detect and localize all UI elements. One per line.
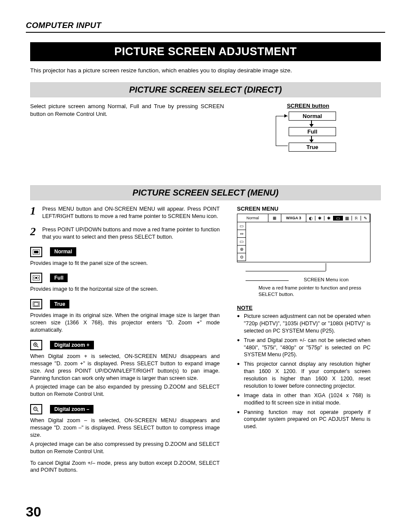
note-list: Picture screen adjustment can not be ope… [237,313,371,430]
sm-top-icon: ⎘ [352,216,361,221]
full-icon [30,273,42,283]
note-item: Panning function may not operate properl… [237,409,371,431]
cycle-diagram: Normal Full True [271,112,349,152]
page-number: 30 [26,504,41,520]
option-dzoom-plus: Digital zoom + When Digital zoom + is se… [30,340,220,398]
sm-sys-icon: ▦ [268,214,281,222]
cycle-normal: Normal [289,112,336,121]
sm-side-icon: ▭ [237,222,246,230]
step-2-text: Press POINT UP/DOWN buttons and move a r… [42,226,220,241]
dzoom-minus-label: Digital zoom – [50,405,93,414]
cancel-note: To cancel Digital Zoom +/– mode, press a… [30,460,220,474]
screen-menu-annotations: SCREEN Menu icon Move a red frame pointe… [237,263,371,293]
cycle-true: True [289,143,336,152]
sm-side-icon: ▭ [237,238,246,246]
direct-heading: PICTURE SCREEN SELECT (DIRECT) [30,82,381,97]
option-normal: Normal Provides image to fit the panel s… [30,247,220,267]
true-label: True [50,300,69,308]
sm-top-icon: ◐ [306,216,315,221]
step-1-text: Press MENU button and ON-SCREEN MENU wil… [42,205,220,220]
sm-top-icon: ▦ [343,216,352,221]
option-dzoom-minus: Digital zoom – When Digital zoom – is se… [30,404,220,455]
svg-line-11 [37,410,38,411]
svg-line-7 [37,346,38,347]
svg-rect-5 [34,302,38,306]
sm-top-icon: ✱ [324,216,333,221]
true-desc: Provides image in its original size. Whe… [30,312,220,334]
full-desc: Provides image to fit the horizontal siz… [30,286,220,293]
dzoom-minus-icon [30,404,42,414]
svg-rect-3 [35,277,37,279]
dzoom-plus-label: Digital zoom + [50,341,94,349]
step-1: 1 Press MENU button and ON-SCREEN MENU w… [30,205,220,220]
intro-text: This projector has a picture screen resi… [30,67,381,74]
screen-menu-title: SCREEN MENU [237,205,371,212]
note-item: Image data in other than XGA (1024 x 768… [237,392,371,407]
note-heading: NOTE [237,305,371,311]
note-item: True and Digital zoom +/- can not be sel… [237,337,371,359]
direct-text: Select picture screen among Normal, Full… [30,103,224,152]
sm-side-icon: ⊖ [237,253,246,261]
normal-label: Normal [50,247,76,256]
normal-icon [30,247,42,257]
sm-icon-label: SCREEN Menu icon [304,277,349,282]
normal-desc: Provides image to fit the panel size of … [30,260,220,267]
step-2: 2 Press POINT UP/DOWN buttons and move a… [30,226,220,241]
dzoom-plus-icon [30,340,42,350]
sm-side-icon: ⇔ [237,230,246,238]
sm-top-icon: ✱ [315,216,324,221]
full-label: Full [50,274,68,282]
option-true: True Provides image in its original size… [30,299,220,334]
true-icon [30,299,42,309]
dzoom-minus-desc-1: When Digital zoom – is selected, ON-SCRE… [30,417,220,439]
page-title: PICTURE SCREEN ADJUSTMENT [30,42,381,61]
screen-button-label: SCREEN button [241,103,375,109]
note-item: Picture screen adjustment can not be ope… [237,313,371,335]
menu-heading: PICTURE SCREEN SELECT (MENU) [30,185,381,200]
sm-top-icon: ▭ [333,216,342,221]
sm-system-label: WXGA 3 [281,214,306,222]
step-1-num: 1 [30,205,42,220]
sm-top-icon: ✎ [361,216,370,221]
note-item: This projector cannot display any resolu… [237,361,371,390]
sm-pointer-label: Move a red frame pointer to function and… [258,285,371,298]
dzoom-minus-desc-2: A projected image can be also compressed… [30,441,220,455]
sm-current-mode: Normal [237,214,268,222]
dzoom-plus-desc-2: A projected image can be also expanded b… [30,383,220,398]
svg-rect-1 [34,251,38,253]
cycle-full: Full [289,127,336,136]
dzoom-plus-desc-1: When Digital zoom + is selected, ON-SCRE… [30,353,220,382]
section-header: COMPUTER INPUT [26,21,385,30]
option-full: Full Provides image to fit the horizonta… [30,273,220,293]
step-2-num: 2 [30,226,42,241]
screen-menu-diagram: Normal ▦ WXGA 3 ◐ ✱ ✱ ▭ ▦ ⎘ ✎ ▭ ⇔ [237,214,371,262]
sm-side-icon: ⊕ [237,246,246,253]
divider [26,32,385,33]
